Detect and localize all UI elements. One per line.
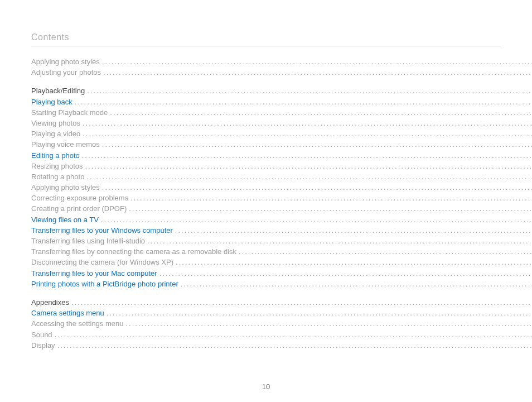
toc-entry-label: Accessing the settings menu (31, 320, 123, 327)
toc-entry: Display77 (31, 342, 532, 349)
toc-entry: Applying photo styles63 (31, 184, 532, 191)
toc-entry: Viewing photos58 (31, 119, 532, 127)
toc-dot-leader (101, 216, 532, 223)
toc-entry-label: Editing a photo (31, 152, 80, 159)
toc-dot-leader (125, 320, 532, 327)
toc-entry-label: Display (31, 342, 55, 349)
toc-entry-label: Applying photo styles (31, 184, 100, 191)
toc-entry-label: Playing a video (31, 130, 80, 137)
toc-entry: Creating a print order (DPOF)65 (31, 205, 532, 212)
toc-entry[interactable]: Transferring files to your Mac computer7… (31, 270, 532, 277)
toc-entry[interactable]: Playback/Editing53 (31, 87, 532, 94)
toc-dot-leader (85, 162, 533, 170)
toc-entry: Sound77 (31, 331, 532, 338)
toc-entry[interactable]: Camera settings menu76 (31, 309, 532, 317)
toc-columns: Applying photo styles51Adjusting your ph… (31, 58, 501, 380)
toc-entry-label: Camera settings menu (31, 309, 104, 317)
toc-entry[interactable]: Viewing files on a TV66 (31, 216, 532, 223)
toc-entry: Transferring files using Intelli-studio6… (31, 237, 532, 245)
toc-entry: Accessing the settings menu76 (31, 320, 532, 327)
toc-entry[interactable]: Playing back54 (31, 98, 532, 106)
toc-entry-label: Adjusting your photos (31, 69, 101, 76)
toc-column-left: Applying photo styles51Adjusting your ph… (31, 58, 532, 380)
toc-entry-label: Creating a print order (DPOF) (31, 205, 127, 212)
toc-dot-leader (83, 119, 532, 127)
toc-entry-label: Transferring files to your Mac computer (31, 270, 157, 277)
toc-dot-leader (57, 342, 532, 349)
toc-entry-label: Transferring files using Intelli-studio (31, 237, 145, 245)
toc-dot-leader (107, 309, 532, 317)
toc-dot-leader (87, 87, 532, 94)
toc-entry: Applying photo styles51 (31, 58, 532, 65)
toc-entry-label: Correcting exposure problems (31, 194, 128, 202)
toc-entry[interactable]: Printing photos with a PictBridge photo … (31, 280, 532, 288)
toc-entry: Playing a video59 (31, 130, 532, 137)
toc-dot-leader (55, 331, 532, 338)
toc-dot-leader (86, 173, 532, 180)
toc-entry-label: Sound (31, 331, 52, 338)
toc-entry-label: Transferring files by connecting the cam… (31, 248, 236, 255)
toc-entry: Rotating a photo62 (31, 173, 532, 180)
toc-dot-leader (110, 109, 532, 116)
toc-entry[interactable]: Transferring files to your Windows compu… (31, 227, 532, 234)
toc-entry[interactable]: Appendixes75 (31, 299, 532, 306)
toc-dot-leader (75, 98, 532, 106)
toc-dot-leader (102, 184, 532, 191)
toc-entry-label: Rotating a photo (31, 173, 84, 180)
toc-dot-leader (103, 69, 532, 76)
toc-spacer (31, 291, 532, 299)
toc-entry-label: Playing voice memos (31, 141, 100, 148)
toc-dot-leader (82, 152, 532, 159)
toc-entry-label: Viewing photos (31, 119, 80, 127)
toc-entry-label: Playing back (31, 98, 72, 106)
toc-entry-label: Playback/Editing (31, 87, 85, 94)
toc-entry-label: Transferring files to your Windows compu… (31, 227, 173, 234)
toc-spacer (31, 79, 532, 87)
toc-entry: Transferring files by connecting the cam… (31, 248, 532, 255)
toc-entry-label: Applying photo styles (31, 58, 100, 65)
toc-entry[interactable]: Editing a photo62 (31, 152, 532, 159)
toc-entry: Playing voice memos60 (31, 141, 532, 148)
toc-dot-leader (102, 141, 532, 148)
toc-dot-leader (176, 259, 532, 266)
toc-entry: Resizing photos62 (31, 162, 532, 170)
toc-entry-label: Resizing photos (31, 162, 83, 170)
toc-dot-leader (159, 270, 532, 277)
toc-dot-leader (181, 280, 532, 288)
toc-entry-label: Disconnecting the camera (for Windows XP… (31, 259, 173, 266)
toc-entry: Starting Playback mode54 (31, 109, 532, 116)
toc-entry-label: Printing photos with a PictBridge photo … (31, 280, 178, 288)
toc-entry: Correcting exposure problems64 (31, 194, 532, 202)
toc-dot-leader (102, 58, 532, 65)
toc-dot-leader (147, 237, 532, 245)
toc-dot-leader (175, 227, 532, 234)
toc-dot-leader (71, 299, 532, 306)
toc-dot-leader (83, 130, 532, 137)
toc-entry: Disconnecting the camera (for Windows XP… (31, 259, 532, 266)
contents-page: Contents Applying photo styles51Adjustin… (0, 0, 532, 402)
section-title: Contents (31, 32, 501, 46)
toc-dot-leader (129, 205, 532, 212)
toc-entry-label: Viewing files on a TV (31, 216, 99, 223)
toc-entry: Adjusting your photos52 (31, 69, 532, 76)
toc-dot-leader (239, 248, 532, 255)
toc-entry-label: Starting Playback mode (31, 109, 108, 116)
toc-entry-label: Appendixes (31, 299, 69, 306)
page-number: 10 (0, 382, 532, 391)
toc-dot-leader (130, 194, 532, 202)
